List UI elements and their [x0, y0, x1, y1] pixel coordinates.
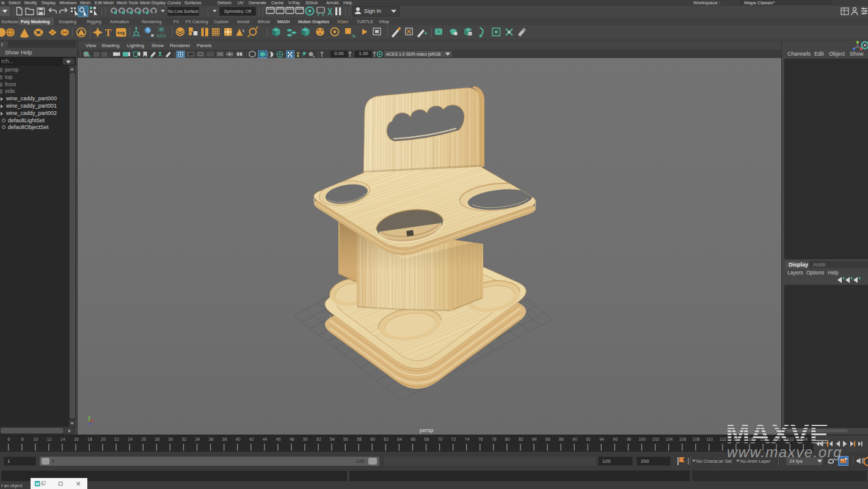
svg-text:M: M [35, 481, 39, 487]
